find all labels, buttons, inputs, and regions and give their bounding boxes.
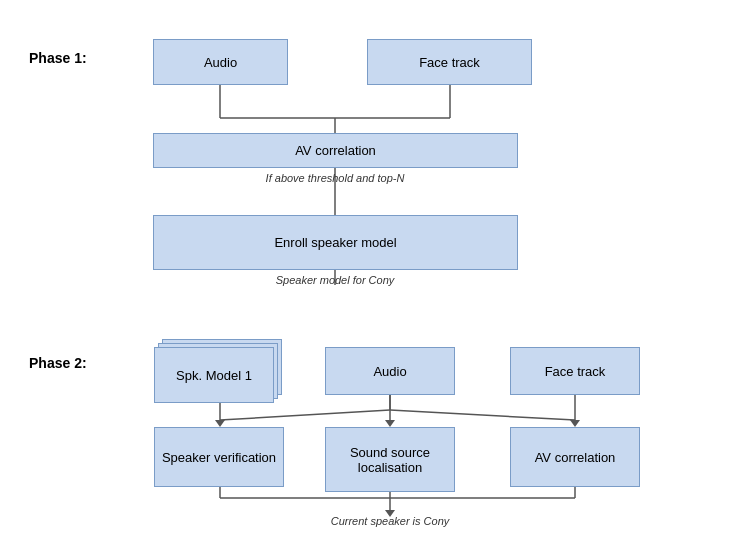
svg-marker-11 bbox=[385, 420, 395, 427]
threshold-annotation: If above threshold and top-N bbox=[200, 172, 470, 184]
phase2-label: Phase 2: bbox=[29, 355, 87, 371]
spk-model1-box: Spk. Model 1 bbox=[154, 347, 274, 403]
svg-marker-15 bbox=[570, 420, 580, 427]
current-speaker-annotation: Current speaker is Cony bbox=[270, 515, 510, 527]
face-track2-box: Face track bbox=[510, 347, 640, 395]
svg-marker-9 bbox=[215, 420, 225, 427]
audio1-box: Audio bbox=[153, 39, 288, 85]
av-correlation2-box: AV correlation bbox=[510, 427, 640, 487]
face-track1-box: Face track bbox=[367, 39, 532, 85]
svg-line-13 bbox=[220, 410, 390, 420]
diagram: Phase 1: Audio Face track AV correlation… bbox=[0, 0, 744, 534]
av-correlation1-box: AV correlation bbox=[153, 133, 518, 168]
sound-source-box: Sound source localisation bbox=[325, 427, 455, 492]
phase1-label: Phase 1: bbox=[29, 50, 87, 66]
svg-line-14 bbox=[390, 410, 575, 420]
speaker-model-annotation: Speaker model for Cony bbox=[200, 274, 470, 286]
audio2-box: Audio bbox=[325, 347, 455, 395]
enroll-speaker-box: Enroll speaker model bbox=[153, 215, 518, 270]
speaker-verification-box: Speaker verification bbox=[154, 427, 284, 487]
